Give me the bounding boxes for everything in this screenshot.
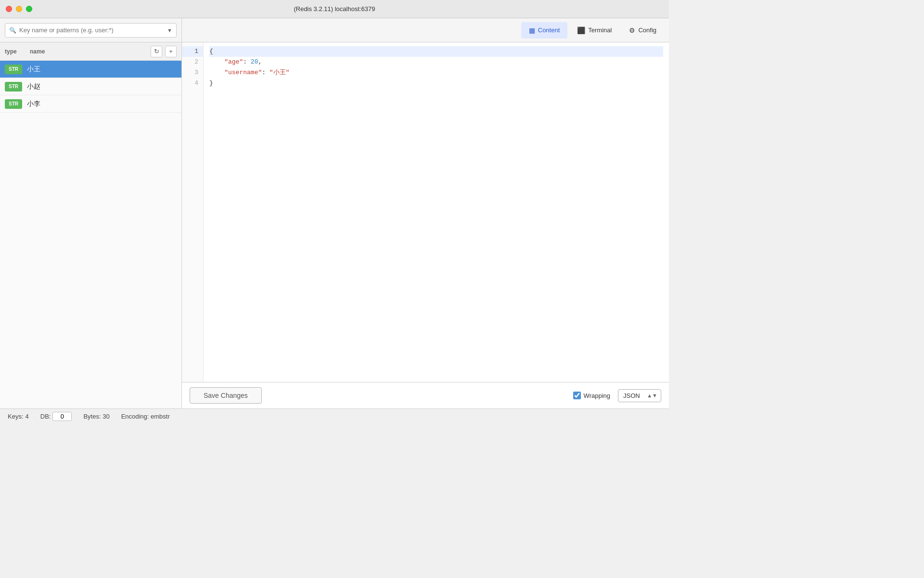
search-wrapper[interactable]: 🔍 ▼	[5, 23, 177, 38]
db-label: DB:	[40, 413, 51, 420]
sidebar-list: STR 小王 STR 小赵 STR 小李	[0, 61, 181, 408]
refresh-button[interactable]: ↻	[151, 46, 162, 57]
toolbar-right: ▦ Content ⬛ Terminal ⚙ Config	[182, 22, 669, 39]
keys-status: Keys: 4	[8, 413, 29, 420]
save-changes-button[interactable]: Save Changes	[190, 387, 262, 404]
gear-icon: ⚙	[629, 26, 635, 34]
format-select[interactable]: JSONRAWMsgpack	[618, 389, 661, 402]
item-name: 小李	[27, 100, 40, 108]
config-button[interactable]: ⚙ Config	[621, 22, 664, 39]
code-line: "age": 20,	[209, 57, 663, 67]
config-label: Config	[638, 26, 656, 34]
sidebar-actions: ↻ +	[151, 46, 177, 57]
toolbar: 🔍 ▼ ▦ Content ⬛ Terminal ⚙ Config	[0, 18, 669, 42]
col-type-header: type	[5, 48, 30, 55]
item-name: 小王	[27, 65, 40, 74]
wrapping-checkbox[interactable]	[573, 392, 581, 399]
footer-toolbar: Save Changes Wrapping JSONRAWMsgpack ▲▼	[182, 382, 669, 408]
search-icon: 🔍	[9, 27, 16, 34]
close-button[interactable]	[6, 6, 12, 12]
bytes-label: Bytes: 30	[83, 413, 109, 420]
code-line: }	[209, 78, 663, 89]
line-numbers: 1234	[182, 42, 204, 382]
keys-label: Keys:	[8, 413, 24, 420]
list-item[interactable]: STR 小赵	[0, 78, 181, 95]
title-bar: (Redis 3.2.11) localhost:6379	[0, 0, 669, 18]
type-badge: STR	[5, 99, 22, 109]
main-layout: type name ↻ + STR 小王 STR 小赵 STR 小李 1234	[0, 42, 669, 408]
content-icon: ▦	[529, 26, 535, 34]
status-bar: Keys: 4 DB: Bytes: 30 Encoding: embstr	[0, 408, 669, 424]
wrapping-label: Wrapping	[584, 392, 610, 399]
dropdown-arrow-icon[interactable]: ▼	[167, 27, 172, 33]
wrapping-container: Wrapping	[573, 392, 610, 399]
traffic-lights	[6, 6, 32, 12]
maximize-button[interactable]	[26, 6, 32, 12]
db-status: DB:	[40, 412, 72, 421]
terminal-icon: ⬛	[577, 26, 585, 34]
type-badge: STR	[5, 82, 22, 92]
line-number: 2	[182, 57, 203, 67]
minimize-button[interactable]	[16, 6, 22, 12]
encoding-status: Encoding: embstr	[121, 413, 170, 420]
terminal-button[interactable]: ⬛ Terminal	[569, 22, 619, 39]
code-line: "username": "小王"	[209, 67, 663, 78]
search-container: 🔍 ▼	[0, 18, 182, 42]
window-title: (Redis 3.2.11) localhost:6379	[294, 5, 375, 13]
content-label: Content	[538, 26, 560, 34]
code-editor[interactable]: { "age": 20, "username": "小王"}	[204, 42, 669, 382]
encoding-label: Encoding: embstr	[121, 413, 170, 420]
content-button[interactable]: ▦ Content	[521, 22, 568, 39]
format-select-wrapper: JSONRAWMsgpack ▲▼	[618, 389, 661, 402]
keys-value: 4	[26, 413, 29, 420]
list-item[interactable]: STR 小李	[0, 95, 181, 113]
editor-area: 1234 { "age": 20, "username": "小王"}	[182, 42, 669, 382]
code-line: {	[209, 46, 663, 57]
content-area: 1234 { "age": 20, "username": "小王"} Save…	[182, 42, 669, 408]
line-number: 3	[182, 67, 203, 78]
sidebar-header: type name ↻ +	[0, 42, 181, 61]
line-number: 1	[182, 46, 203, 57]
db-input[interactable]	[52, 412, 72, 421]
col-name-header: name	[30, 48, 151, 55]
bytes-status: Bytes: 30	[83, 413, 109, 420]
sidebar: type name ↻ + STR 小王 STR 小赵 STR 小李	[0, 42, 182, 408]
search-input[interactable]	[19, 26, 165, 34]
terminal-label: Terminal	[588, 26, 612, 34]
item-name: 小赵	[27, 82, 40, 91]
add-key-button[interactable]: +	[165, 46, 177, 57]
line-number: 4	[182, 78, 203, 89]
type-badge: STR	[5, 65, 22, 74]
list-item[interactable]: STR 小王	[0, 61, 181, 78]
